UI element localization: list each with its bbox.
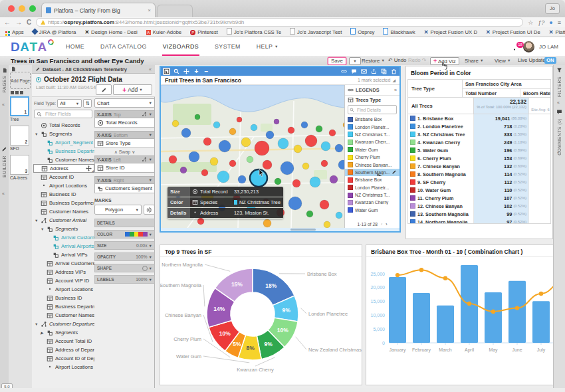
map-bubble[interactable]: [275, 178, 281, 185]
bloom-table-row[interactable]: 5. Water Gum196(0.89%): [408, 146, 550, 154]
map-bubble[interactable]: [278, 138, 288, 149]
field-item[interactable]: Customer Names: [33, 311, 94, 320]
legend-item[interactable]: Water Gum: [345, 146, 399, 153]
axis-zone-value[interactable]: Store ID: [94, 163, 155, 173]
map-bubble[interactable]: [292, 179, 300, 187]
bloom-table-row[interactable]: 4. Kwanzan Cherry249(1.13%): [408, 138, 550, 146]
axis-zone-value[interactable]: Total Records: [94, 118, 155, 128]
field-item[interactable]: Address of Depart...: [33, 345, 94, 354]
map-bubble[interactable]: [288, 197, 302, 210]
legend-item[interactable]: Kwanzan Cherry: [345, 199, 399, 206]
legend-item[interactable]: London Planetr...: [345, 123, 399, 130]
new-tab-button[interactable]: [157, 5, 193, 18]
map-bubble[interactable]: [210, 157, 218, 165]
legend-search-box[interactable]: [348, 105, 397, 114]
bookmark-item[interactable]: PPinterest: [190, 29, 218, 35]
dataset-add-button[interactable]: +Add▼: [113, 84, 152, 95]
map-bubble[interactable]: [189, 151, 199, 162]
map-bubble[interactable]: [324, 221, 330, 228]
url-field[interactable]: https://osprey.platfora.com:8443/home.ht…: [36, 18, 523, 27]
filter-fields-input[interactable]: [44, 110, 93, 118]
map-bubble[interactable]: [241, 138, 251, 147]
legend-item[interactable]: NZ Christmas T...: [345, 131, 399, 138]
bloom-table-row[interactable]: 7. Chinese Banyan132(0.60%): [408, 162, 550, 170]
bookmark-item[interactable]: ✕Project Fusion UI De: [486, 29, 540, 35]
all-trees-row[interactable]: All Trees 22,132% of Total: 100.00% (22,…: [407, 97, 551, 114]
combo-bar[interactable]: [508, 281, 526, 343]
expand-open-icon[interactable]: ▼: [35, 322, 39, 326]
combo-line-point[interactable]: [491, 310, 495, 314]
col-group[interactable]: San Francisco City Area: [463, 80, 550, 89]
bloom-table-row[interactable]: 9. SF Cherry112(0.52%): [408, 178, 550, 186]
combo-bar[interactable]: [389, 277, 406, 343]
combo-line-point[interactable]: [515, 306, 519, 310]
ssl-warning-icon[interactable]: [41, 20, 45, 25]
reload-icon[interactable]: C: [27, 18, 31, 27]
map-bubble[interactable]: [195, 114, 200, 120]
legend-item[interactable]: Kwanzan Cherr...: [345, 138, 399, 146]
field-item[interactable]: Customer Names: [33, 155, 94, 164]
chrome-menu-icon[interactable]: ≡: [558, 19, 561, 26]
link-viz-icon[interactable]: [340, 68, 348, 75]
bookmark-item[interactable]: ✕Platfora UI Compon: [549, 29, 565, 35]
field-type-select[interactable]: All▼: [57, 99, 82, 108]
select-tool-icon[interactable]: [163, 68, 170, 75]
field-item[interactable]: Arrival Customers: [33, 233, 94, 242]
legend-item[interactable]: Water Gum: [345, 207, 399, 214]
field-item[interactable]: Account ID: [33, 173, 94, 181]
bookmark-item[interactable]: ✕Project Fusion UX D: [424, 29, 477, 35]
map-bubble[interactable]: [217, 171, 229, 183]
field-item[interactable]: ▼Customer Departure: [33, 320, 94, 328]
bloom-table-panel[interactable]: Bloom Period in Color Tree Type San Fran…: [405, 66, 553, 239]
combo-line-point[interactable]: [396, 273, 399, 277]
mark-prop-size[interactable]: SIZE0.00x▼: [94, 241, 155, 250]
col-bloom-rate[interactable]: Bloom Rate: [520, 89, 550, 98]
undo-button[interactable]: ↶ Undo: [388, 57, 406, 64]
bloom-table-row[interactable]: 8. Southern Magnolia114(0.52%): [408, 170, 550, 178]
field-item[interactable]: Arrival Customers Nu...: [33, 259, 94, 268]
map-bubble[interactable]: [219, 140, 231, 152]
field-item[interactable]: Airport_Segment: [33, 138, 94, 147]
map-bubble[interactable]: [237, 117, 242, 122]
builder-collapse-icon[interactable]: «: [2, 191, 5, 196]
page-prev-icon[interactable]: ‹: [381, 222, 382, 227]
save-menu-button[interactable]: ▼: [349, 57, 361, 65]
combo-bar[interactable]: [485, 292, 502, 343]
map-bubble[interactable]: [172, 120, 179, 127]
expand-open-icon[interactable]: ▼: [41, 227, 45, 231]
combo-line-point[interactable]: [443, 276, 447, 280]
col-total-number[interactable]: Total Number: [463, 89, 520, 98]
map-bubble[interactable]: [266, 131, 274, 139]
map-bubble[interactable]: [302, 163, 309, 169]
combo-line-point[interactable]: [467, 302, 471, 306]
page-thumb-Tree[interactable]: 1: [10, 96, 29, 116]
window-close-button[interactable]: [8, 5, 15, 12]
map-bubble[interactable]: [247, 156, 253, 163]
bookmark-star-icon[interactable]: ☆: [528, 19, 533, 26]
forward-icon[interactable]: →: [15, 18, 22, 27]
field-item[interactable]: Business ID: [33, 190, 94, 199]
map-bubble[interactable]: [281, 161, 294, 175]
bookmark-item[interactable]: ✕Design Home - Desi: [84, 29, 137, 35]
bloom-table-row[interactable]: 6. Cherry Plum153(0.69%): [408, 154, 550, 162]
extension-icon[interactable]: ƒ?: [538, 19, 544, 26]
bloom-table-row[interactable]: 12. Chinese Banyan102(0.52%): [408, 202, 550, 210]
field-item[interactable]: Business Departm...: [33, 147, 94, 155]
legend-header[interactable]: LEGENDS»: [345, 85, 399, 96]
edit-legend-icon[interactable]: [392, 169, 397, 175]
back-icon[interactable]: ←: [4, 18, 11, 27]
field-item[interactable]: Total Records: [33, 121, 94, 130]
expand-closed-icon[interactable]: ▶: [41, 331, 45, 335]
axis-zone-header[interactable]: X-AXISTop▼: [94, 110, 155, 118]
resize-corner-icon[interactable]: ◢: [392, 78, 396, 82]
mark-settings-button[interactable]: [144, 205, 155, 215]
bloom-table-row[interactable]: 14. Northern Magnolia97(0.52%): [408, 218, 550, 224]
comment-viz-icon[interactable]: [350, 68, 358, 75]
map-bubble[interactable]: [181, 128, 191, 138]
combo-bar[interactable]: [413, 293, 430, 343]
zoom-tool-icon[interactable]: [173, 68, 180, 75]
map-bubble[interactable]: [274, 119, 279, 124]
map-bubble[interactable]: [238, 175, 246, 183]
page-next-icon[interactable]: ›: [386, 222, 387, 227]
map-bubble[interactable]: [321, 160, 328, 167]
